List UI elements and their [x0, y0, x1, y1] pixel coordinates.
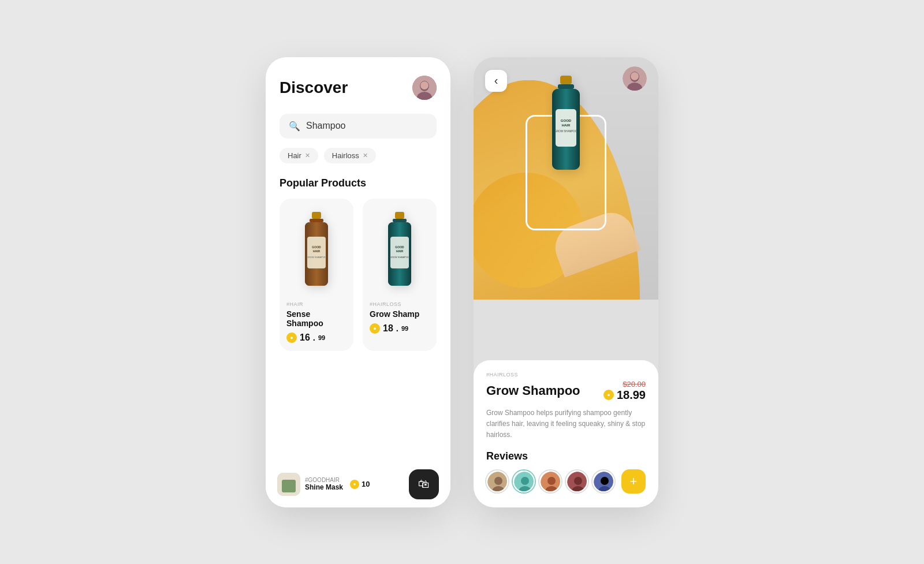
svg-text:HAIR: HAIR: [562, 124, 571, 127]
right-user-avatar[interactable]: [623, 66, 647, 91]
svg-text:GROW SHAMPOO: GROW SHAMPOO: [307, 256, 326, 259]
svg-text:GROW SHAMPOO: GROW SHAMPOO: [390, 256, 409, 259]
phone-header: Discover: [280, 76, 437, 100]
cart-button[interactable]: 🛍: [409, 469, 439, 499]
detail-tag: #HAIRLOSS: [486, 372, 646, 378]
cart-icon: 🛍: [418, 477, 430, 491]
filter-tag-hair-remove[interactable]: ✕: [305, 152, 310, 159]
hero-bottle: GOOD HAIR GROW SHAMPOO: [543, 74, 589, 181]
price-dec-1: 99: [318, 334, 325, 341]
mini-name: Shine Mask: [305, 483, 343, 491]
product-price-1: ● 16.99: [286, 333, 346, 343]
svg-rect-4: [312, 212, 321, 219]
products-grid: GOOD HAIR GROW SHAMPOO #HAIR Sens: [280, 199, 437, 351]
svg-rect-12: [395, 212, 404, 219]
product-tag-2: #HAIRLOSS: [370, 301, 430, 307]
svg-text:GOOD: GOOD: [561, 119, 572, 122]
product-name-2: Grow Shamp: [370, 309, 430, 319]
svg-point-47: [601, 477, 609, 485]
svg-rect-21: [282, 480, 296, 492]
filter-tag-hairloss-label: Hairloss: [332, 151, 359, 160]
reviewer-avatar-2[interactable]: [513, 470, 535, 492]
scene: Discover 🔍 Shampoo Hair ✕: [243, 34, 681, 531]
product-description: Grow Shampoo helps purifying shampoo gen…: [486, 408, 646, 441]
current-price: ● 18.99: [603, 389, 646, 402]
svg-text:GOOD: GOOD: [395, 245, 404, 249]
svg-point-25: [631, 72, 639, 80]
svg-point-41: [547, 477, 556, 485]
back-icon: ‹: [494, 74, 498, 87]
coin-icon-1: ●: [286, 333, 297, 343]
original-price: $20.00: [603, 380, 646, 389]
back-button[interactable]: ‹: [485, 70, 507, 92]
filter-tag-hair-label: Hair: [288, 151, 301, 160]
add-review-button[interactable]: +: [621, 469, 646, 494]
filter-tag-hair[interactable]: Hair ✕: [280, 148, 318, 163]
price-dec-2: 99: [401, 325, 408, 332]
user-avatar[interactable]: [412, 76, 437, 100]
detail-coin-icon: ●: [603, 390, 614, 400]
page-title: Discover: [280, 79, 348, 97]
svg-rect-5: [310, 219, 323, 222]
search-icon: 🔍: [289, 121, 300, 132]
phone-right: ‹: [474, 57, 658, 507]
mini-img: [277, 473, 300, 496]
search-bar[interactable]: 🔍 Shampoo: [280, 114, 437, 139]
price-int-1: 16: [300, 333, 310, 343]
product-img-area-2: GOOD HAIR GROW SHAMPOO: [370, 208, 430, 294]
detail-header: Grow Shampoo $20.00 ● 18.99: [486, 380, 646, 402]
phone-left: Discover 🔍 Shampoo Hair ✕: [266, 57, 450, 507]
price-int-2: 18: [383, 323, 393, 334]
filter-tags: Hair ✕ Hairloss ✕: [280, 148, 437, 163]
product-card-1[interactable]: GOOD HAIR GROW SHAMPOO #HAIR Sens: [280, 199, 353, 351]
svg-text:GROW SHAMPOO: GROW SHAMPOO: [555, 130, 578, 133]
svg-point-3: [420, 81, 429, 89]
svg-point-44: [574, 477, 582, 485]
mini-tag: #GOODHAIR: [305, 477, 343, 483]
product-img-area-1: GOOD HAIR GROW SHAMPOO: [286, 208, 346, 294]
product-detail-card: #HAIRLOSS Grow Shampoo $20.00 ● 18.99 Gr…: [474, 360, 658, 507]
svg-text:HAIR: HAIR: [313, 249, 321, 253]
detail-price-group: $20.00 ● 18.99: [603, 380, 646, 402]
reviewer-avatar-5[interactable]: [593, 470, 614, 492]
product-tag-1: #HAIR: [286, 301, 346, 307]
avatar-image: [412, 76, 437, 100]
reviews-row: +: [486, 469, 646, 494]
mini-product[interactable]: #GOODHAIR Shine Mask: [277, 473, 343, 496]
coin-icon-2: ●: [370, 323, 380, 334]
filter-tag-hairloss[interactable]: Hairloss ✕: [324, 148, 376, 163]
svg-rect-13: [393, 219, 407, 222]
current-price-val: 18.99: [617, 389, 646, 402]
reviewer-avatar-3[interactable]: [539, 470, 561, 492]
svg-text:GOOD: GOOD: [312, 245, 321, 249]
svg-rect-26: [560, 76, 572, 84]
bottom-bar: #GOODHAIR Shine Mask ● 10 🛍: [266, 461, 450, 507]
detail-product-name: Grow Shampoo: [486, 383, 580, 398]
svg-point-35: [494, 477, 502, 485]
mini-product-info: #GOODHAIR Shine Mask: [305, 477, 343, 491]
mini-price-val: 10: [362, 480, 370, 488]
filter-tag-hairloss-remove[interactable]: ✕: [363, 152, 368, 159]
section-title: Popular Products: [280, 177, 437, 189]
svg-rect-27: [558, 84, 574, 89]
reviews-title: Reviews: [486, 450, 646, 462]
mini-price: ● 10: [350, 480, 370, 489]
reviewer-avatar-1[interactable]: [486, 470, 508, 492]
svg-point-38: [521, 477, 529, 485]
mini-coin: ●: [350, 480, 359, 489]
svg-rect-30: [556, 109, 576, 147]
product-name-1: Sense Shampoo: [286, 309, 346, 328]
search-text: Shampoo: [306, 121, 346, 131]
product-price-2: ● 18.99: [370, 323, 430, 334]
add-icon: +: [630, 475, 638, 488]
svg-text:HAIR: HAIR: [396, 249, 404, 253]
reviewer-avatar-4[interactable]: [566, 470, 588, 492]
product-hero: GOOD HAIR GROW SHAMPOO: [474, 57, 658, 300]
product-card-2[interactable]: GOOD HAIR GROW SHAMPOO #HAIRLOSS: [363, 199, 437, 351]
